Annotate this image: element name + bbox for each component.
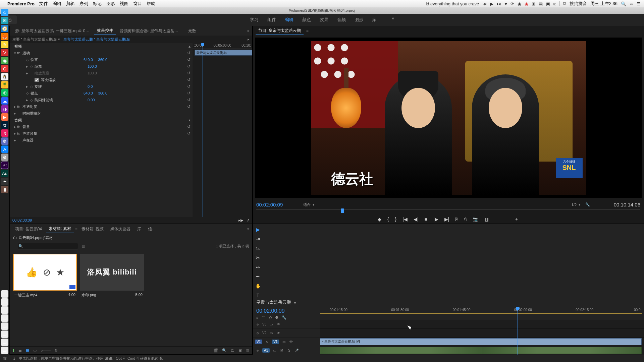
stopwatch-icon[interactable]: ◇ (29, 85, 34, 88)
ws-color[interactable]: 颜色 (302, 15, 311, 24)
program-timecode[interactable]: 00:02:00:09 (256, 202, 303, 207)
video-clip[interactable]: ▪ 皇帝与太监岳云鹏.ts [V] (320, 338, 642, 345)
sort-icon[interactable]: ⇅ (55, 348, 58, 353)
reset-icon[interactable]: ↺ (187, 64, 191, 69)
export-frame-button[interactable]: 📷 (473, 217, 478, 222)
tab-metadata[interactable]: 元数 (185, 27, 199, 35)
ws-graphics[interactable]: 图形 (355, 15, 363, 24)
dock-clean-icon[interactable]: ✦ (1, 178, 8, 185)
menu-clip[interactable]: 剪辑 (66, 1, 75, 7)
track-v1[interactable]: V1 (272, 340, 279, 344)
reset-icon[interactable]: ↺ (187, 84, 191, 89)
tab-library[interactable]: 库 (135, 225, 144, 233)
fx-badge-icon[interactable]: fx (17, 51, 22, 55)
lock-icon[interactable]: ⎋ (255, 331, 260, 335)
menu-window[interactable]: 窗口 (133, 1, 142, 7)
step-fwd-button[interactable]: |▶ (433, 217, 438, 222)
toggle-sync-icon[interactable]: ▭ (268, 331, 274, 335)
fx-badge-icon[interactable]: fx (17, 125, 22, 129)
ec-motion[interactable]: 运动 (22, 51, 75, 56)
toggle-sync-icon[interactable]: ▭ (281, 340, 286, 344)
dock-doc6-icon[interactable]: ▭ (1, 330, 8, 338)
next-track-icon[interactable]: ⏭ (497, 1, 501, 6)
scale-val[interactable]: 100.0 (88, 64, 97, 68)
ec-opacity[interactable]: 不透明度 (22, 104, 75, 109)
collapse-icon[interactable]: ▴ (189, 118, 191, 122)
dock-doc4-icon[interactable]: ▭ (1, 314, 8, 322)
chevron-down-icon[interactable]: ▾ (58, 37, 60, 42)
clock[interactable]: 周三 上午2:36 (590, 1, 618, 7)
mark-in-button[interactable]: { (387, 217, 389, 222)
bin-icon[interactable]: 🗀 (13, 236, 17, 240)
ec-clip-label[interactable]: 皇帝与太监岳云鹏 * 皇帝与太监岳云鹏.ts (63, 37, 130, 42)
snap-icon[interactable]: ⌕ (256, 315, 259, 320)
tab-program[interactable]: 节目: 皇帝与太监岳云鹏 (256, 27, 304, 35)
go-to-in-button[interactable]: |◀ (402, 217, 408, 222)
menu-file[interactable]: 文件 (39, 1, 48, 7)
disclosure-icon[interactable]: ▸ (13, 105, 17, 109)
dock-doc1-icon[interactable]: ▭ (1, 290, 8, 298)
new-item-icon[interactable]: 🎬 (213, 348, 218, 353)
prev-track-icon[interactable]: ⏮ (482, 1, 487, 6)
dock-mail-icon[interactable]: ✉ (1, 17, 8, 24)
menu-sequence[interactable]: 序列 (79, 1, 88, 7)
filter-icon[interactable]: ▥ (82, 244, 85, 248)
dock-baidu-icon[interactable]: ☁ (1, 97, 8, 105)
reset-icon[interactable]: ↺ (187, 57, 191, 62)
menu-view[interactable]: 视图 (120, 1, 128, 7)
dock-safari-icon[interactable]: 🧭 (1, 25, 8, 32)
ec-panner[interactable]: 声像器 (22, 138, 75, 143)
ruler-playhead[interactable] (518, 307, 518, 320)
slip-tool[interactable]: ⇔ (256, 264, 260, 270)
tabs-overflow-icon[interactable]: » (247, 227, 250, 231)
bin-item-name[interactable]: 一键三连.mp4 (14, 293, 37, 298)
reset-icon[interactable]: ↺ (187, 98, 191, 102)
tab-info[interactable]: 信. (145, 225, 156, 233)
disclosure-icon[interactable]: ▸ (25, 84, 29, 89)
tab-source[interactable]: 源: 皇帝与太监岳云鹏_一键三连.mp4: 00:10:10:06 (12, 27, 93, 35)
ec-mini-timeline[interactable]: :00:0000:05:00:0000:10: 皇帝与太监岳云鹏.ts (193, 43, 252, 217)
ws-audio[interactable]: 音频 (337, 15, 346, 24)
bin-thumbnail[interactable]: 洛凤翼 bilibili (80, 254, 144, 291)
extract-button[interactable]: ⎙ (464, 217, 467, 222)
stopwatch-icon[interactable]: ◇ (25, 92, 30, 95)
lift-button[interactable]: ⎘ (455, 217, 458, 222)
control-center-icon[interactable]: ≋ (630, 1, 633, 6)
time-ruler[interactable]: 00:01:15:00 00:01:30:00 00:01:45:00 00:0… (320, 307, 644, 320)
anchor-x[interactable]: 640.0 (84, 91, 93, 95)
fx-badge-icon[interactable]: fx (17, 105, 22, 109)
add-marker-button[interactable]: ◆ (378, 217, 381, 222)
tab-project[interactable]: 项目: 岳云鹏04 (12, 225, 45, 233)
ws-library[interactable]: 库 (372, 15, 376, 24)
lock-icon[interactable]: ⎋ (255, 349, 260, 352)
tray-icon-5[interactable]: ▣ (546, 1, 550, 6)
dock-doc8-icon[interactable]: ▭ (1, 347, 8, 354)
icon-view-icon[interactable]: ▦ (26, 348, 29, 353)
zoom-fit[interactable]: 适合 (303, 202, 311, 207)
find-icon[interactable]: 🔍 (222, 348, 227, 353)
spotlight-icon[interactable]: 🔍 (621, 1, 626, 6)
menu-help[interactable]: 帮助 (147, 1, 155, 7)
disclosure-icon[interactable]: ▸ (13, 131, 17, 136)
ripple-tool[interactable]: ⇆ (256, 246, 260, 251)
dock-notes-icon[interactable]: ✎ (1, 41, 8, 48)
sync-icon[interactable]: ⟳ (511, 1, 514, 6)
play-stop-button[interactable]: ■ (424, 217, 427, 222)
reset-icon[interactable]: ↺ (187, 91, 191, 96)
heart-icon[interactable]: ♥ (504, 1, 507, 6)
ec-playhead[interactable] (203, 43, 203, 217)
reset-icon[interactable]: ↺ (187, 104, 191, 109)
menu-graphics[interactable]: 图形 (106, 1, 115, 7)
selection-tool[interactable]: ▶ (256, 227, 260, 232)
marker-icon[interactable]: ◇ (269, 315, 272, 320)
tabs-overflow-icon[interactable]: » (247, 28, 250, 33)
dock-opera-icon[interactable]: O (1, 65, 8, 72)
disclosure-icon[interactable]: ▸ (13, 111, 17, 116)
dock-chrome-icon[interactable]: ◉ (1, 57, 8, 64)
ws-learn[interactable]: 学习 (250, 15, 259, 24)
menu-marker[interactable]: 标记 (93, 1, 102, 7)
dock-brown-icon[interactable]: ▮ (1, 186, 8, 193)
dock-audition-icon[interactable]: Au (1, 170, 8, 177)
ec-loop-icon[interactable]: ▸▶ (238, 218, 243, 223)
freeform-view-icon[interactable]: ▭ (33, 348, 37, 353)
